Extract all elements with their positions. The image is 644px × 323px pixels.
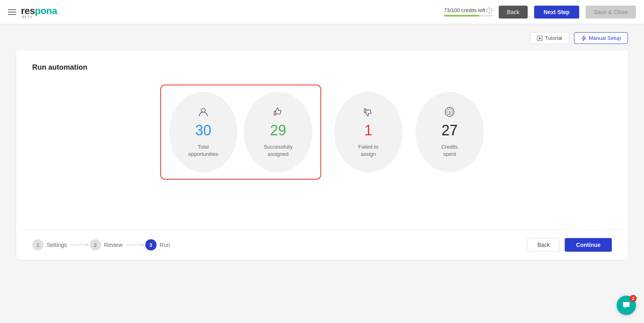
thumbs-up-icon (272, 106, 284, 119)
chat-icon (622, 301, 631, 310)
footer-back-button[interactable]: Back (527, 238, 560, 252)
logo: respona BETA (21, 5, 57, 19)
header-left: respona BETA (8, 5, 57, 19)
person-icon (198, 106, 209, 119)
step-3-label: Run (160, 242, 170, 248)
step-1: 1 Settings (32, 239, 67, 251)
failed-assign-number: 1 (364, 123, 372, 138)
step-1-circle: 1 (32, 239, 43, 251)
step-2-label: Review (104, 242, 123, 248)
svg-marker-1 (539, 37, 541, 39)
svg-text:$: $ (448, 110, 450, 114)
svg-rect-4 (364, 109, 366, 113)
header: respona BETA 73/100 credits left i Back … (0, 0, 644, 24)
header-right: 73/100 credits left i Back Next Step Sav… (444, 6, 636, 19)
stepper: 1 Settings 2 Review 3 Run (32, 239, 170, 251)
thumbs-down-icon (363, 106, 374, 119)
step-3: 3 Run (145, 239, 170, 251)
credits-text: 73/100 credits left i (444, 7, 493, 13)
next-step-button[interactable]: Next Step (534, 6, 580, 19)
stat-credits-spent: $ 27 Creditsspent (415, 92, 484, 172)
stat-successfully-assigned: 29 Successfullyassigned (244, 92, 312, 172)
chat-badge: 2 (630, 295, 637, 302)
successfully-assigned-number: 29 (270, 123, 286, 138)
credits-info-icon: i (487, 8, 492, 13)
continue-button[interactable]: Continue (565, 238, 612, 252)
step-2: 2 Review (90, 239, 123, 251)
lightning-icon (581, 35, 586, 41)
successfully-assigned-label: Successfullyassigned (264, 143, 293, 158)
credits-spent-label: Creditsspent (441, 143, 458, 158)
chat-bubble[interactable]: 2 (617, 296, 636, 315)
play-icon (537, 35, 543, 41)
card-title: Run automation (32, 63, 612, 72)
credits-bar (444, 15, 492, 17)
logo-re: res (21, 5, 35, 16)
step-arrow-1 (70, 244, 87, 245)
total-opportunities-label: Totalopportunities (188, 143, 218, 158)
credits-bar-fill (444, 15, 479, 17)
stats-grid: 30 Totalopportunities 29 Successfullyass… (32, 85, 612, 180)
stat-total-opportunities: 30 Totalopportunities (169, 92, 237, 172)
automation-card: Run automation 30 Totalopportunities (16, 50, 628, 260)
credits-info: 73/100 credits left i (444, 7, 493, 17)
footer-actions: Back Continue (527, 238, 612, 252)
step-3-circle: 3 (145, 239, 157, 251)
hamburger-menu[interactable] (8, 9, 16, 15)
credits-spent-number: 27 (442, 123, 458, 138)
back-button[interactable]: Back (499, 6, 527, 19)
manual-setup-button[interactable]: Manual Setup (574, 32, 628, 44)
logo-pona: pona (35, 5, 57, 16)
coin-icon: $ (444, 106, 455, 119)
stat-failed-assign: 1 Failed toassign (334, 92, 402, 172)
card-footer: 1 Settings 2 Review 3 Run Back Continue (16, 230, 628, 260)
svg-rect-3 (274, 111, 276, 115)
main-content: Tutorial Manual Setup Run automation (0, 24, 644, 323)
save-close-button[interactable]: Save & Close (586, 6, 636, 19)
tutorial-button[interactable]: Tutorial (530, 32, 569, 44)
failed-assign-label: Failed toassign (358, 143, 378, 158)
stats-highlight-box: 30 Totalopportunities 29 Successfullyass… (160, 85, 321, 180)
step-1-label: Settings (47, 242, 67, 248)
step-2-circle: 2 (90, 239, 101, 251)
step-arrow-2 (126, 244, 142, 245)
total-opportunities-number: 30 (195, 123, 211, 138)
top-actions: Tutorial Manual Setup (16, 32, 628, 44)
logo-beta: BETA (22, 15, 57, 19)
